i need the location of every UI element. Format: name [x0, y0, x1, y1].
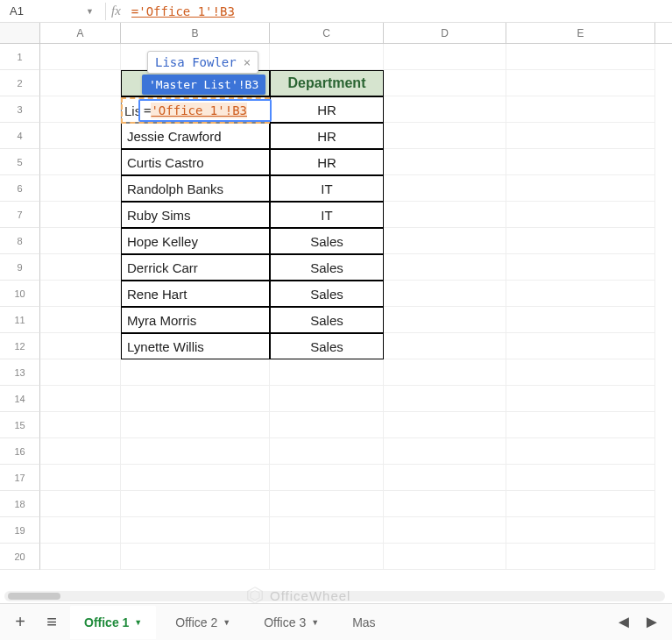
table-cell-name[interactable]: Hope Kelley: [121, 228, 270, 254]
cell[interactable]: [270, 412, 384, 438]
cell[interactable]: [384, 70, 506, 96]
cell[interactable]: [270, 517, 384, 544]
table-cell-dept[interactable]: HR: [270, 123, 384, 149]
cell[interactable]: [384, 412, 506, 438]
cell[interactable]: [506, 412, 655, 438]
table-cell-dept[interactable]: Sales: [270, 333, 384, 359]
cell[interactable]: [384, 202, 506, 228]
cell[interactable]: [40, 333, 121, 359]
cell[interactable]: [506, 228, 655, 254]
cell[interactable]: [506, 359, 655, 386]
table-cell-name[interactable]: Rene Hart: [121, 281, 270, 307]
cell[interactable]: [384, 359, 506, 386]
cell[interactable]: [40, 465, 121, 491]
col-header[interactable]: C: [270, 23, 384, 43]
table-cell-dept[interactable]: HR: [270, 149, 384, 175]
table-cell-dept[interactable]: HR: [270, 96, 384, 123]
inline-cell-editor[interactable]: = 'Office 1'!B3: [138, 99, 272, 122]
close-icon[interactable]: ×: [244, 55, 251, 69]
add-sheet-button[interactable]: +: [7, 609, 33, 636]
row-header[interactable]: 11: [0, 307, 40, 333]
cell[interactable]: [40, 228, 121, 254]
table-cell-name[interactable]: Derrick Carr: [121, 254, 270, 281]
table-cell-name[interactable]: Ruby Sims: [121, 202, 270, 228]
cell[interactable]: [384, 386, 506, 412]
cell[interactable]: [384, 149, 506, 175]
cell[interactable]: [270, 386, 384, 412]
name-box[interactable]: A1 ▼: [4, 2, 100, 21]
cell[interactable]: [270, 465, 384, 491]
table-cell-dept[interactable]: Sales: [270, 281, 384, 307]
row-header[interactable]: 18: [0, 491, 40, 517]
formula-suggestion-chip[interactable]: Lisa Fowler ×: [147, 51, 258, 74]
row-header[interactable]: 7: [0, 202, 40, 228]
table-cell-dept[interactable]: IT: [270, 175, 384, 202]
cell[interactable]: [40, 202, 121, 228]
cell[interactable]: [40, 123, 121, 149]
cell[interactable]: [270, 44, 384, 70]
sheet-tab-active[interactable]: Office 1 ▼: [70, 606, 156, 639]
chevron-down-icon[interactable]: ▼: [134, 618, 142, 627]
cell[interactable]: [384, 96, 506, 123]
select-all-corner[interactable]: [0, 23, 40, 43]
row-header[interactable]: 17: [0, 465, 40, 491]
chevron-down-icon[interactable]: ▼: [311, 618, 319, 627]
sheet-tab[interactable]: Office 3 ▼: [250, 606, 333, 639]
cell[interactable]: [40, 70, 121, 96]
cell[interactable]: [121, 359, 270, 386]
cell[interactable]: [506, 307, 655, 333]
cell[interactable]: [270, 491, 384, 517]
cell[interactable]: [270, 359, 384, 386]
row-header[interactable]: 5: [0, 149, 40, 175]
row-header[interactable]: 16: [0, 438, 40, 465]
all-sheets-button[interactable]: ≡: [39, 609, 65, 636]
cell[interactable]: [121, 544, 270, 570]
cell[interactable]: [40, 412, 121, 438]
cell[interactable]: [506, 438, 655, 465]
cell[interactable]: [40, 281, 121, 307]
table-cell-name[interactable]: Curtis Castro: [121, 149, 270, 175]
cell[interactable]: [384, 254, 506, 281]
cell[interactable]: [384, 333, 506, 359]
cell[interactable]: [40, 175, 121, 202]
formula-input[interactable]: [130, 4, 668, 19]
table-cell-name[interactable]: Lynette Willis: [121, 333, 270, 359]
cell[interactable]: [506, 149, 655, 175]
cell[interactable]: [384, 438, 506, 465]
cell[interactable]: [40, 149, 121, 175]
scroll-left-button[interactable]: ◄: [611, 609, 637, 636]
cell[interactable]: [40, 517, 121, 544]
row-header[interactable]: 19: [0, 517, 40, 544]
cell[interactable]: [121, 465, 270, 491]
cell[interactable]: [506, 202, 655, 228]
sheet-tab[interactable]: Mas: [338, 606, 389, 639]
cell[interactable]: [40, 254, 121, 281]
cell[interactable]: [121, 491, 270, 517]
cell[interactable]: [506, 70, 655, 96]
cell[interactable]: [384, 491, 506, 517]
cell[interactable]: [506, 465, 655, 491]
cell[interactable]: [121, 386, 270, 412]
scrollbar-thumb[interactable]: [8, 593, 60, 600]
table-cell-dept[interactable]: Sales: [270, 254, 384, 281]
cell[interactable]: [40, 491, 121, 517]
sheet-tab[interactable]: Office 2 ▼: [161, 606, 244, 639]
row-header[interactable]: 8: [0, 228, 40, 254]
row-header[interactable]: 14: [0, 386, 40, 412]
col-header[interactable]: E: [506, 23, 655, 43]
row-header[interactable]: 2: [0, 70, 40, 96]
cell[interactable]: [384, 44, 506, 70]
cell[interactable]: [384, 228, 506, 254]
row-header[interactable]: 3: [0, 96, 40, 123]
cell[interactable]: [270, 438, 384, 465]
row-header[interactable]: 10: [0, 281, 40, 307]
col-header[interactable]: D: [384, 23, 506, 43]
col-header[interactable]: B: [121, 23, 270, 43]
cell[interactable]: [40, 96, 121, 123]
cell[interactable]: [40, 44, 121, 70]
row-header[interactable]: 1: [0, 44, 40, 70]
cell[interactable]: [384, 123, 506, 149]
row-header[interactable]: 12: [0, 333, 40, 359]
table-cell-dept[interactable]: Sales: [270, 228, 384, 254]
table-cell-dept[interactable]: Sales: [270, 307, 384, 333]
